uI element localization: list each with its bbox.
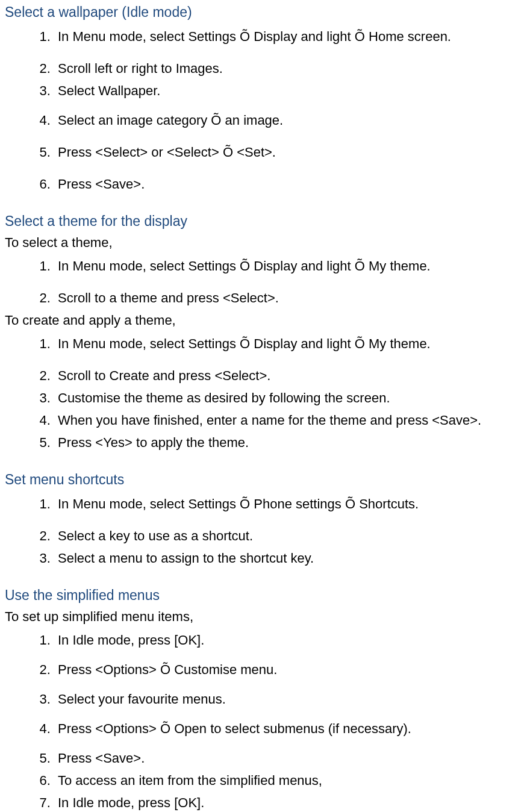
step: Select a key to use as a shortcut.: [54, 526, 525, 546]
steps-shortcuts: In Menu mode, select Settings Õ Phone se…: [5, 494, 525, 568]
step: In Menu mode, select Settings Õ Phone se…: [54, 494, 525, 514]
step: Scroll left or right to Images.: [54, 58, 525, 78]
steps-wallpaper: In Menu mode, select Settings Õ Display …: [5, 27, 525, 194]
step: To access an item from the simplified me…: [54, 770, 525, 790]
step: Select your favourite menus.: [54, 689, 525, 709]
intro-create-theme: To create and apply a theme,: [5, 310, 525, 330]
step: When you have finished, enter a name for…: [54, 410, 525, 430]
step: Press <Options> Õ Open to select submenu…: [54, 719, 525, 739]
step: Press <Yes> to apply the theme.: [54, 433, 525, 452]
step: In Idle mode, press [OK].: [54, 630, 525, 650]
step: Scroll to a theme and press <Select>.: [54, 288, 525, 308]
step: In Menu mode, select Settings Õ Display …: [54, 256, 525, 276]
heading-wallpaper: Select a wallpaper (Idle mode): [5, 2, 525, 23]
step: In Menu mode, select Settings Õ Display …: [54, 27, 525, 46]
heading-shortcuts: Set menu shortcuts: [5, 469, 525, 490]
heading-simplified-menus: Use the simplified menus: [5, 585, 525, 606]
step: In Idle mode, press [OK].: [54, 793, 525, 812]
step: Select Wallpaper.: [54, 81, 525, 101]
steps-select-theme: In Menu mode, select Settings Õ Display …: [5, 256, 525, 308]
step: Scroll to Create and press <Select>.: [54, 366, 525, 386]
heading-theme: Select a theme for the display: [5, 211, 525, 232]
step: Select a menu to assign to the shortcut …: [54, 548, 525, 568]
step: Customise the theme as desired by follow…: [54, 388, 525, 408]
step: Press <Select> or <Select> Õ <Set>.: [54, 142, 525, 162]
steps-simplified-menus: In Idle mode, press [OK]. Press <Options…: [5, 630, 525, 812]
step: Press <Save>.: [54, 174, 525, 194]
step: In Menu mode, select Settings Õ Display …: [54, 334, 525, 354]
step: Press <Options> Õ Customise menu.: [54, 660, 525, 679]
intro-select-theme: To select a theme,: [5, 233, 525, 252]
step: Select an image category Õ an image.: [54, 110, 525, 130]
step: Press <Save>.: [54, 748, 525, 768]
intro-simplified-menus: To set up simplified menu items,: [5, 607, 525, 626]
steps-create-theme: In Menu mode, select Settings Õ Display …: [5, 334, 525, 452]
